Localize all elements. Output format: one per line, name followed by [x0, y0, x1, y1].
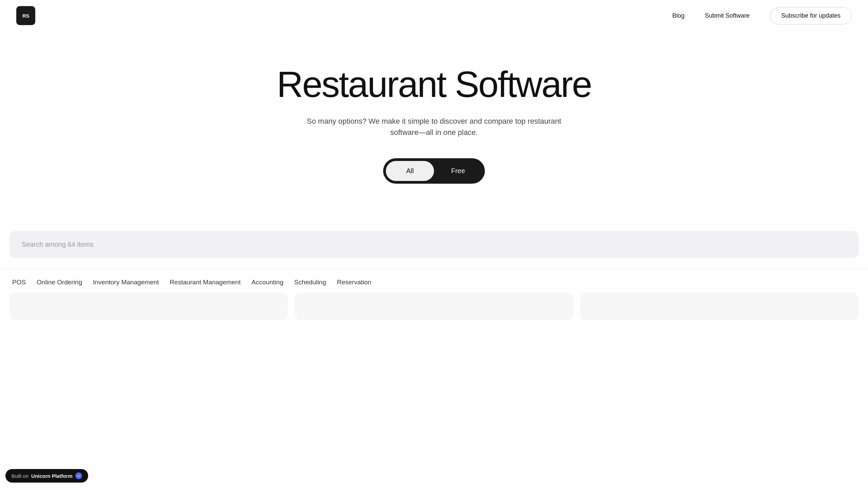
logo-text: RS — [22, 13, 29, 19]
hero-title: Restaurant Software — [16, 65, 852, 103]
category-item-scheduling[interactable]: Scheduling — [294, 279, 337, 286]
category-item-accounting[interactable]: Accounting — [252, 279, 294, 286]
toggle-wrapper: All Free — [16, 158, 852, 184]
toggle-all-button[interactable]: All — [386, 161, 434, 181]
nav-blog[interactable]: Blog — [672, 12, 685, 19]
category-item-online-ordering[interactable]: Online Ordering — [37, 279, 93, 286]
svg-text:U: U — [78, 475, 79, 477]
platform-name: Unicorn Platform — [31, 473, 73, 479]
cards-preview — [0, 286, 868, 327]
hero-subtitle: So many options? We make it simple to di… — [302, 116, 566, 138]
category-item-pos[interactable]: POS — [12, 279, 37, 286]
card-preview-2 — [295, 293, 573, 320]
navbar-links: Blog Submit Software Subscribe for updat… — [672, 7, 852, 24]
hero-section: Restaurant Software So many options? We … — [0, 31, 868, 231]
navbar: RS Blog Submit Software Subscribe for up… — [0, 0, 868, 31]
subscribe-button[interactable]: Subscribe for updates — [770, 7, 852, 24]
unicorn-icon: U — [75, 472, 82, 479]
category-item-restaurant-management[interactable]: Restaurant Management — [170, 279, 252, 286]
search-input[interactable] — [9, 231, 859, 258]
search-section — [0, 231, 868, 269]
category-item-reservation[interactable]: Reservation — [337, 279, 382, 286]
card-preview-3 — [580, 293, 859, 320]
built-on-label: Built on — [12, 473, 28, 479]
filter-toggle: All Free — [383, 158, 485, 184]
logo[interactable]: RS — [16, 6, 35, 25]
built-on-bar[interactable]: Built on Unicorn Platform U — [5, 469, 88, 483]
nav-submit-software[interactable]: Submit Software — [705, 12, 750, 19]
card-preview-1 — [9, 293, 288, 320]
category-nav: POSOnline OrderingInventory ManagementRe… — [0, 269, 868, 286]
category-item-inventory-management[interactable]: Inventory Management — [93, 279, 170, 286]
toggle-free-button[interactable]: Free — [434, 161, 482, 181]
